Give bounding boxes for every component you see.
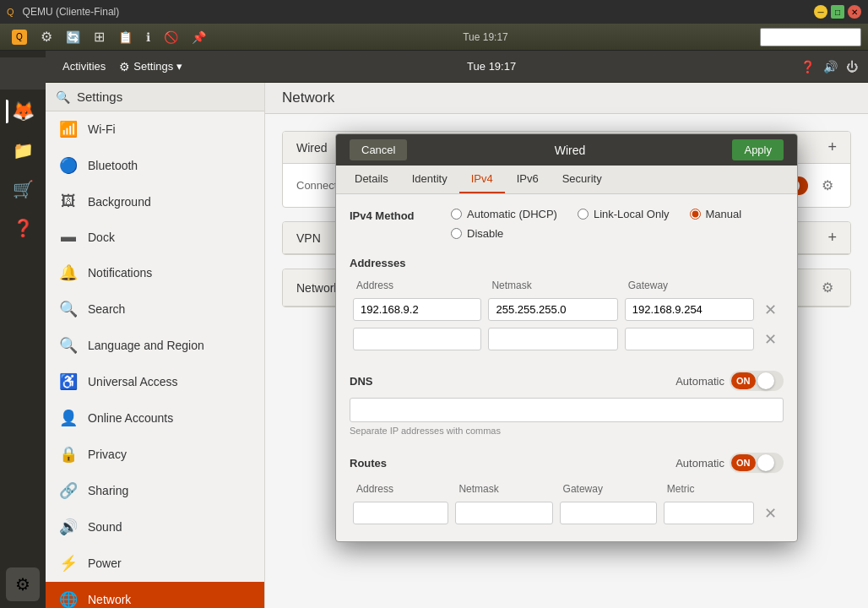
routes-toggle[interactable]: ON xyxy=(730,453,784,473)
sidebar-item-wifi[interactable]: 📶 Wi-Fi xyxy=(46,111,264,148)
sidebar-label-online-accounts: Online Accounts xyxy=(88,411,173,425)
privacy-icon: 🔒 xyxy=(59,445,78,464)
cancel-button[interactable]: Cancel xyxy=(350,139,407,160)
topbar-time: Tue 19:17 xyxy=(189,60,794,73)
address-input-1[interactable] xyxy=(353,298,481,321)
sidebar-label-search: Search xyxy=(88,302,125,316)
sidebar-item-sharing[interactable]: 🔗 Sharing xyxy=(46,473,264,509)
sidebar-item-notifications[interactable]: 🔔 Notifications xyxy=(46,255,264,291)
radio-link-local[interactable]: Link-Local Only xyxy=(578,208,670,220)
radio-automatic-dhcp[interactable]: Automatic (DHCP) xyxy=(451,208,557,220)
app-icon-software[interactable]: 🛒 xyxy=(6,172,40,206)
dns-auto: Automatic ON xyxy=(675,371,784,391)
gateway-input-2[interactable] xyxy=(625,328,754,350)
radio-disable-input[interactable] xyxy=(451,228,462,239)
sidebar-item-network[interactable]: 🌐 Network xyxy=(46,582,264,608)
minimize-button[interactable]: ─ xyxy=(814,5,827,19)
sidebar-item-bluetooth[interactable]: 🔵 Bluetooth xyxy=(46,148,264,184)
dns-label: DNS xyxy=(350,375,372,388)
settings-menu-label: Settings xyxy=(133,60,173,73)
activities-button[interactable]: Activities xyxy=(56,57,112,76)
app-icon-firefox[interactable]: 🦊 xyxy=(6,95,40,128)
modal-title: Wired xyxy=(555,144,586,157)
app-icon-settings[interactable]: ⚙ xyxy=(6,567,40,601)
routes-gateway-input[interactable] xyxy=(560,502,657,524)
addresses-title: Addresses xyxy=(350,257,784,269)
app-icon-help[interactable]: ❓ xyxy=(6,211,40,245)
settings-menu-arrow: ▾ xyxy=(176,60,182,73)
routes-col-metric: Metric xyxy=(660,480,757,498)
sidebar-item-background[interactable]: 🖼 Background xyxy=(46,184,264,220)
settings-menu[interactable]: ⚙ Settings ▾ xyxy=(119,60,182,73)
taskbar-qemu[interactable]: Q xyxy=(7,28,32,46)
tab-details[interactable]: Details xyxy=(343,166,400,193)
app-icon-files[interactable]: 📁 xyxy=(6,133,40,167)
taskbar-icon-4[interactable]: 📋 xyxy=(113,29,138,46)
sidebar-label-notifications: Notifications xyxy=(88,266,152,280)
delete-route-1-button[interactable]: ✕ xyxy=(761,502,780,525)
taskbar-icon-7[interactable]: 📌 xyxy=(187,29,211,46)
radio-disable[interactable]: Disable xyxy=(451,227,503,240)
radio-link-local-label: Link-Local Only xyxy=(594,208,670,220)
taskbar-icon-5[interactable]: ℹ xyxy=(141,29,155,46)
sidebar-item-language[interactable]: 🔍 Language and Region xyxy=(46,328,264,364)
help-topbar-icon[interactable]: ❓ xyxy=(800,60,815,73)
window-title: QEMU (Cliente-Final) xyxy=(23,6,809,18)
sidebar-item-universal[interactable]: ♿ Universal Access xyxy=(46,364,264,400)
sidebar-item-online-accounts[interactable]: 👤 Online Accounts xyxy=(46,400,264,437)
routes-address-input[interactable] xyxy=(353,502,448,524)
col-gateway: Gateway xyxy=(621,276,757,295)
dns-section: DNS Automatic ON xyxy=(350,371,784,436)
taskbar-icon-2[interactable]: 🔄 xyxy=(61,29,85,46)
netmask-input-1[interactable] xyxy=(488,298,617,321)
dns-input[interactable] xyxy=(350,398,784,422)
routes-metric-input[interactable] xyxy=(664,502,754,524)
taskbar: Q ⚙ 🔄 ⊞ 📋 ℹ 🚫 📌 Tue 19:17 xyxy=(0,24,868,51)
tab-security[interactable]: Security xyxy=(551,166,614,193)
sidebar-item-dock[interactable]: ▬ Dock xyxy=(46,220,264,255)
dns-toggle-on-label: ON xyxy=(731,372,756,389)
taskbar-icon-6[interactable]: 🚫 xyxy=(159,29,183,46)
radio-manual-label: Manual xyxy=(706,208,742,220)
settings-sidebar: 🔍 Settings 📶 Wi-Fi 🔵 Bluetooth 🖼 Backgro… xyxy=(46,83,265,608)
radio-disable-label: Disable xyxy=(467,227,503,240)
dns-row: DNS Automatic ON xyxy=(350,371,784,391)
firefox-icon: 🦊 xyxy=(12,100,35,122)
sound-topbar-icon[interactable]: 🔊 xyxy=(823,60,838,73)
sidebar-item-sound[interactable]: 🔊 Sound xyxy=(46,509,264,546)
sidebar-item-search[interactable]: 🔍 Search xyxy=(46,291,264,328)
dns-toggle[interactable]: ON xyxy=(730,371,784,391)
tab-identity[interactable]: Identity xyxy=(400,166,459,193)
taskbar-icon-1[interactable]: ⚙ xyxy=(35,27,57,46)
delete-row-2-button[interactable]: ✕ xyxy=(761,328,780,351)
tab-ipv6[interactable]: IPv6 xyxy=(505,166,551,193)
sidebar-label-background: Background xyxy=(88,195,151,209)
online-accounts-icon: 👤 xyxy=(59,409,78,427)
delete-row-1-button[interactable]: ✕ xyxy=(761,298,780,322)
tab-ipv4[interactable]: IPv4 xyxy=(459,166,505,193)
radio-manual[interactable]: Manual xyxy=(690,208,742,220)
power-topbar-icon[interactable]: ⏻ xyxy=(846,60,858,73)
close-button[interactable]: ✕ xyxy=(848,5,861,19)
universal-icon: ♿ xyxy=(59,372,78,391)
sidebar-item-privacy[interactable]: 🔒 Privacy xyxy=(46,437,264,473)
sidebar-label-universal: Universal Access xyxy=(88,375,178,388)
maximize-button[interactable]: □ xyxy=(831,5,844,19)
netmask-input-2[interactable] xyxy=(488,328,617,350)
address-input-2[interactable] xyxy=(353,328,481,350)
taskbar-search-input[interactable] xyxy=(760,28,861,46)
method-label: IPv4 Method xyxy=(350,208,434,222)
qemu-icon: Q xyxy=(7,7,14,17)
apply-button[interactable]: Apply xyxy=(732,139,784,160)
radio-manual-input[interactable] xyxy=(690,209,701,220)
routes-row: Routes Automatic ON xyxy=(350,453,784,473)
dns-toggle-knob xyxy=(757,372,774,389)
routes-netmask-input[interactable] xyxy=(455,502,552,524)
sidebar-item-power[interactable]: ⚡ Power xyxy=(46,546,264,582)
taskbar-icon-3[interactable]: ⊞ xyxy=(89,27,110,46)
radio-link-local-input[interactable] xyxy=(578,209,589,220)
tab-ipv6-label: IPv6 xyxy=(517,172,539,185)
radio-automatic-input[interactable] xyxy=(451,209,462,220)
gateway-input-1[interactable] xyxy=(625,298,754,321)
settings-app: 🔍 Settings 📶 Wi-Fi 🔵 Bluetooth 🖼 Backgro… xyxy=(46,83,868,608)
